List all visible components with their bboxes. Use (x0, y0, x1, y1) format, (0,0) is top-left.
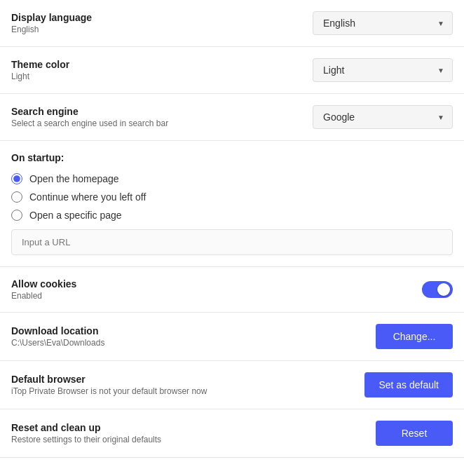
search-engine-labels: Search engine Select a search engine use… (11, 106, 168, 128)
display-language-select[interactable]: English Spanish French German (313, 11, 453, 35)
reset-button[interactable]: Reset (376, 421, 453, 446)
display-language-labels: Display language English (11, 12, 92, 34)
startup-label-specific: Open a specific page (29, 210, 122, 221)
theme-color-row: Theme color Light Light Dark System (0, 47, 464, 94)
allow-cookies-subtitle: Enabled (11, 291, 76, 301)
search-engine-select[interactable]: Google Bing DuckDuckGo Yahoo (313, 105, 453, 129)
startup-option-continue[interactable]: Continue where you left off (11, 191, 453, 203)
display-language-row: Display language English English Spanish… (0, 0, 464, 47)
search-engine-subtitle: Select a search engine used in search ba… (11, 118, 168, 128)
theme-color-subtitle: Light (11, 72, 69, 81)
startup-label-homepage: Open the homepage (29, 173, 119, 184)
startup-label-continue: Continue where you left off (29, 191, 146, 203)
allow-cookies-row: Allow cookies Enabled (0, 267, 464, 313)
url-input[interactable] (11, 229, 453, 255)
startup-option-homepage[interactable]: Open the homepage (11, 173, 453, 184)
on-startup-title: On startup: (11, 152, 453, 163)
theme-color-labels: Theme color Light (11, 59, 69, 81)
allow-cookies-toggle[interactable] (422, 281, 453, 298)
startup-radio-homepage[interactable] (11, 173, 22, 184)
settings-page: Display language English English Spanish… (0, 0, 464, 458)
download-location-labels: Download location C:\Users\Eva\Downloads (11, 325, 104, 348)
default-browser-title: Default browser (11, 374, 207, 385)
toggle-slider (422, 281, 453, 298)
search-engine-select-wrapper: Google Bing DuckDuckGo Yahoo (313, 105, 453, 129)
download-location-path: C:\Users\Eva\Downloads (11, 338, 104, 348)
set-as-default-button[interactable]: Set as default (364, 372, 453, 397)
reset-cleanup-subtitle: Restore settings to their original defau… (11, 435, 161, 444)
theme-color-title: Theme color (11, 59, 69, 70)
download-location-title: Download location (11, 325, 104, 336)
default-browser-row: Default browser iTop Private Browser is … (0, 361, 464, 409)
reset-cleanup-title: Reset and clean up (11, 422, 161, 433)
reset-cleanup-row: Reset and clean up Restore settings to t… (0, 409, 464, 458)
download-location-row: Download location C:\Users\Eva\Downloads… (0, 313, 464, 361)
startup-radio-group: Open the homepage Continue where you lef… (11, 173, 453, 221)
display-language-select-wrapper: English Spanish French German (313, 11, 453, 35)
search-engine-title: Search engine (11, 106, 168, 117)
default-browser-right: Set as default (364, 372, 453, 397)
startup-radio-specific[interactable] (11, 210, 22, 221)
change-location-button[interactable]: Change... (376, 324, 453, 349)
startup-radio-continue[interactable] (11, 191, 22, 203)
display-language-subtitle: English (11, 25, 92, 34)
reset-cleanup-labels: Reset and clean up Restore settings to t… (11, 422, 161, 444)
theme-color-select[interactable]: Light Dark System (313, 58, 453, 82)
allow-cookies-title: Allow cookies (11, 278, 76, 290)
theme-color-select-wrapper: Light Dark System (313, 58, 453, 82)
download-location-right: Change... (376, 324, 453, 349)
url-input-wrapper (11, 229, 453, 255)
reset-cleanup-right: Reset (376, 421, 453, 446)
default-browser-subtitle: iTop Private Browser is not your default… (11, 386, 207, 396)
default-browser-labels: Default browser iTop Private Browser is … (11, 374, 207, 396)
allow-cookies-labels: Allow cookies Enabled (11, 278, 76, 301)
startup-option-specific[interactable]: Open a specific page (11, 210, 453, 221)
on-startup-section: On startup: Open the homepage Continue w… (0, 141, 464, 267)
display-language-title: Display language (11, 12, 92, 23)
search-engine-row: Search engine Select a search engine use… (0, 94, 464, 141)
